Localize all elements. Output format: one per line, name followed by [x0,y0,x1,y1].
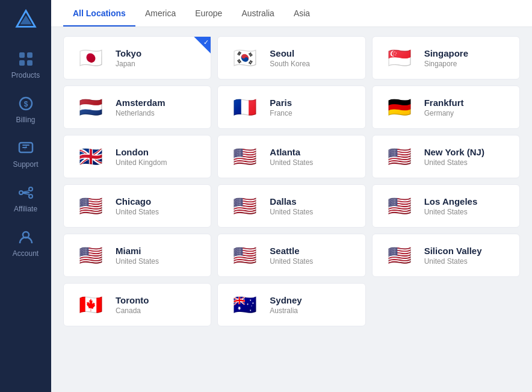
svg-text:$: $ [23,100,28,108]
location-country: United States [116,208,159,216]
location-country: France [270,109,292,117]
location-card[interactable]: 🇺🇸 Chicago United States [63,184,211,228]
location-country: Australia [270,306,302,315]
location-name: Dallas [270,196,313,207]
location-info: Paris France [270,98,292,117]
location-country: Singapore [424,60,468,68]
location-card[interactable]: 🇯🇵 Tokyo Japan [63,36,211,79]
sidebar-item-affiliate[interactable]: Affiliate [0,176,51,220]
location-name: Seoul [270,48,310,58]
location-flag: 🇰🇷 [230,48,260,68]
location-info: Dallas United States [270,196,313,216]
location-flag: 🇺🇸 [230,245,260,266]
location-name: London [116,147,167,157]
sidebar-item-billing[interactable]: $ Billing [0,87,51,131]
location-country: United Kingdom [116,158,167,167]
locations-grid: 🇯🇵 Tokyo Japan 🇰🇷 Seoul South Korea 🇸🇬 S… [51,27,532,335]
location-country: United States [270,257,313,266]
svg-line-16 [23,191,29,192]
location-flag: 🇺🇸 [385,245,415,266]
location-card[interactable]: 🇫🇷 Paris France [217,86,365,129]
location-flag: 🇫🇷 [230,97,260,117]
location-country: United States [424,158,484,167]
location-card[interactable]: 🇺🇸 Atlanta United States [217,135,365,178]
location-name: Singapore [424,48,468,58]
sidebar-item-support-label: Support [13,160,38,169]
location-tabs: All Locations America Europe Australia A… [51,0,532,27]
sidebar-item-affiliate-label: Affiliate [14,205,37,213]
account-icon [14,228,38,247]
svg-line-17 [23,193,29,194]
products-icon [14,49,38,69]
billing-icon: $ [14,94,38,113]
logo [11,6,41,33]
svg-rect-3 [27,52,32,58]
location-flag: 🇸🇬 [385,48,415,68]
location-country: Netherlands [116,109,165,117]
location-name: Seattle [270,246,313,256]
svg-rect-2 [19,52,25,58]
sidebar-item-billing-label: Billing [16,116,35,124]
sidebar-item-account[interactable]: Account [0,220,51,265]
location-card[interactable]: 🇺🇸 Los Angeles United States [372,184,520,228]
location-country: Japan [116,60,141,68]
tab-europe[interactable]: Europe [185,1,232,26]
location-country: South Korea [270,60,310,68]
location-name: Toronto [116,295,149,305]
tab-america[interactable]: America [135,1,185,26]
tab-australia[interactable]: Australia [232,1,283,26]
location-card[interactable]: 🇰🇷 Seoul South Korea [217,36,365,79]
location-card[interactable]: 🇬🇧 London United Kingdom [63,135,211,178]
svg-point-14 [29,187,32,191]
location-card[interactable]: 🇨🇦 Toronto Canada [63,283,211,326]
location-info: Amsterdam Netherlands [116,98,165,117]
location-country: United States [424,257,482,266]
location-card[interactable]: 🇺🇸 Silicon Valley United States [372,234,520,277]
location-card[interactable]: 🇺🇸 Seattle United States [217,234,365,277]
location-card[interactable]: 🇸🇬 Singapore Singapore [372,36,520,79]
location-flag: 🇺🇸 [230,146,260,167]
location-card[interactable]: 🇳🇱 Amsterdam Netherlands [63,86,211,129]
location-name: Amsterdam [116,98,165,108]
location-country: United States [270,208,313,216]
tab-all-locations[interactable]: All Locations [63,1,135,26]
location-country: United States [116,257,159,266]
location-name: Paris [270,98,292,108]
location-info: Tokyo Japan [116,48,141,68]
support-icon: ? [14,138,38,158]
location-info: Singapore Singapore [424,48,468,68]
location-flag: 🇳🇱 [76,97,106,117]
location-info: Chicago United States [116,196,159,216]
location-country: Canada [116,306,149,315]
sidebar: Products $ Billing ? Support [0,0,51,392]
location-card[interactable]: 🇺🇸 Miami United States [63,234,211,277]
location-card[interactable]: 🇦🇺 Sydney Australia [217,283,365,326]
location-flag: 🇺🇸 [230,196,260,216]
location-info: Frankfurt Germany [424,98,464,117]
location-name: Miami [116,246,159,256]
affiliate-icon [14,183,38,202]
location-card[interactable]: 🇩🇪 Frankfurt Germany [372,86,520,129]
svg-rect-5 [27,60,32,66]
svg-point-15 [29,194,32,198]
location-flag: 🇺🇸 [76,196,106,216]
location-info: Seattle United States [270,246,313,266]
location-info: London United Kingdom [116,147,167,167]
location-name: Sydney [270,295,302,305]
location-country: United States [424,208,478,216]
location-flag: 🇺🇸 [385,196,415,216]
location-info: Seoul South Korea [270,48,310,68]
location-country: United States [270,158,313,167]
location-card[interactable]: 🇺🇸 Dallas United States [217,184,365,228]
location-name: Atlanta [270,147,313,157]
location-name: Frankfurt [424,98,464,108]
location-name: Silicon Valley [424,246,482,256]
svg-point-13 [19,191,23,194]
location-flag: 🇩🇪 [385,97,415,117]
tab-asia[interactable]: Asia [284,1,320,26]
sidebar-item-support[interactable]: ? Support [0,131,51,176]
location-info: Miami United States [116,246,159,266]
location-card[interactable]: 🇺🇸 New York (NJ) United States [372,135,520,178]
sidebar-item-products[interactable]: Products [0,42,51,87]
location-info: Sydney Australia [270,295,302,315]
